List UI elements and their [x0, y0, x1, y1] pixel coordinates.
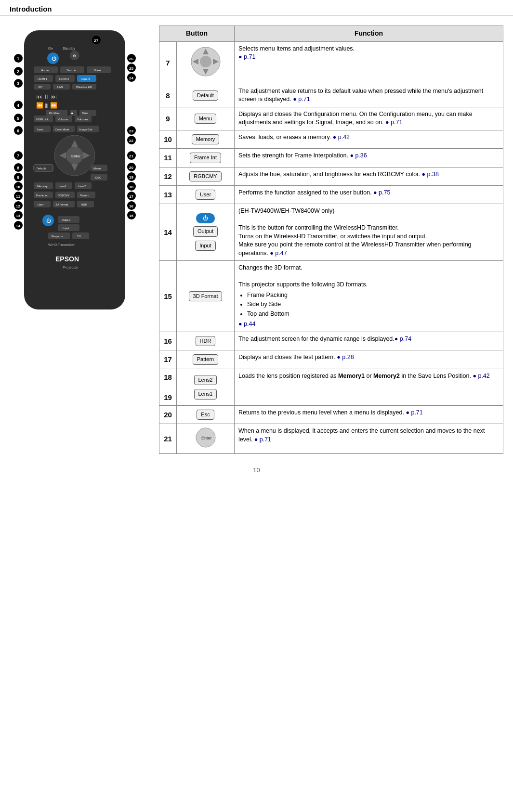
svg-text:15: 15 [129, 214, 133, 218]
svg-text:18: 18 [129, 185, 133, 189]
function-cell: Selects menu items and adjustment values… [235, 41, 503, 84]
svg-text:■: ■ [71, 112, 73, 115]
button-cell: Menu [177, 107, 235, 130]
table-row: 13 User Performs the function assigned t… [159, 185, 503, 204]
table-row: 9 Menu Displays and closes the Configura… [159, 107, 503, 130]
svg-text:22: 22 [129, 139, 133, 143]
table-row: 16 HDR The adjustment screen for the dyn… [159, 332, 503, 350]
function-cell: Saves, loads, or erases a memory. ● p.42 [235, 130, 503, 148]
button-cell: Lens2 Lens1 [177, 369, 235, 405]
ref-link[interactable]: ● p.71 [254, 436, 271, 443]
row-number: 17 [159, 350, 177, 369]
pattern-button-label: Pattern [193, 354, 218, 364]
ref-link[interactable]: ● p.28 [337, 354, 354, 361]
3dformat-button-label: 3D Format [189, 291, 223, 301]
svg-point-148 [200, 56, 211, 67]
svg-text:On: On [48, 47, 53, 50]
function-cell: Displays and closes the Configuration me… [235, 107, 503, 130]
svg-text:17: 17 [129, 194, 133, 199]
button-cell: User [177, 185, 235, 204]
function-table: Button Function 7 [159, 26, 503, 454]
svg-text:20: 20 [129, 166, 133, 170]
function-cell: Changes the 3D format. This projector su… [235, 261, 503, 332]
table-row: 10 Memory Saves, loads, or erases a memo… [159, 130, 503, 148]
svg-text:Lens2: Lens2 [78, 185, 86, 188]
table-row: 11 Frame Int Sets the strength for Frame… [159, 149, 503, 167]
row-number: 8 [159, 84, 177, 107]
table-row: 1819 Lens2 Lens1 Loads the lens position… [159, 369, 503, 405]
svg-text:12: 12 [16, 204, 20, 208]
svg-text:Enter: Enter [71, 154, 80, 158]
esc-button-label: Esc [197, 410, 214, 420]
lens2-button-label: Lens2 [194, 375, 217, 385]
ref-link[interactable]: ● p.47 [270, 250, 287, 257]
svg-text:Mute: Mute [82, 112, 89, 115]
button-cell: Enter [177, 424, 235, 454]
svg-text:Aspect: Aspect [81, 77, 90, 80]
row-number: 10 [159, 130, 177, 148]
svg-text:PC: PC [39, 86, 43, 89]
row-number: 16 [159, 332, 177, 350]
svg-text:27: 27 [94, 39, 98, 43]
ref-link[interactable]: ● p.74 [395, 335, 411, 342]
svg-text:Menu: Menu [93, 167, 101, 170]
button-cell: 3D Format [177, 261, 235, 332]
svg-text:Frame Int: Frame Int [36, 194, 48, 197]
button-cell: HDR [177, 332, 235, 350]
function-cell: Sets the strength for Frame Interpolatio… [235, 149, 503, 167]
table-row: 14 ⏻ Output Input (EH-TW9400W/EH-TW8400W… [159, 204, 503, 261]
svg-text:⏻: ⏻ [46, 218, 51, 223]
ref-link[interactable]: ● p.75 [373, 189, 390, 196]
svg-text:Lens1: Lens1 [59, 185, 67, 188]
button-cell: Default [177, 84, 235, 107]
svg-text:Volume-: Volume- [58, 118, 68, 121]
svg-text:9: 9 [17, 175, 19, 180]
svg-text:User: User [38, 203, 44, 206]
svg-text:2: 2 [17, 69, 19, 74]
ref-link[interactable]: ● p.36 [350, 152, 367, 159]
svg-text:10: 10 [16, 185, 20, 189]
svg-text:TV: TV [77, 235, 81, 238]
function-cell: Displays and closes the test pattern. ● … [235, 350, 503, 369]
svg-text:Pic Menu: Pic Menu [49, 112, 60, 115]
ref-link[interactable]: ● p.71 [293, 96, 310, 103]
table-row: 17 Pattern Displays and closes the test … [159, 350, 503, 369]
svg-text:ESC: ESC [95, 176, 102, 179]
button-cell: Pattern [177, 350, 235, 369]
hdr-button-label: HDR [196, 336, 216, 346]
ref-link[interactable]: ● p.71 [406, 409, 422, 416]
svg-text:Blank: Blank [94, 69, 102, 72]
col-function: Function [235, 26, 503, 42]
svg-text:6: 6 [17, 129, 19, 133]
button-cell [177, 41, 235, 84]
ref-link[interactable]: ● p.71 [385, 119, 402, 126]
svg-text:24: 24 [129, 76, 133, 80]
svg-text:Source: Source [66, 69, 76, 72]
col-button: Button [159, 26, 235, 42]
function-cell: The adjustment screen for the dynamic ra… [235, 332, 503, 350]
button-cell: Frame Int [177, 149, 235, 167]
ref-link[interactable]: ● p.71 [238, 53, 255, 60]
svg-text:HDMI Link: HDMI Link [36, 118, 49, 121]
row-number: 9 [159, 107, 177, 130]
svg-text:⏮ ⏸ ⏭: ⏮ ⏸ ⏭ [36, 93, 57, 100]
ref-link[interactable]: ● p.42 [473, 373, 489, 379]
function-cell: (EH-TW9400W/EH-TW8400W only) This is the… [235, 204, 503, 261]
svg-text:RGBCMY: RGBCMY [58, 194, 69, 197]
svg-text:8: 8 [17, 166, 19, 170]
svg-text:WiHD Transmitter: WiHD Transmitter [48, 243, 75, 246]
svg-text:Volume+: Volume+ [77, 118, 89, 121]
svg-text:23: 23 [129, 129, 133, 133]
row-number: 13 [159, 185, 177, 204]
svg-text:Standby: Standby [63, 47, 75, 51]
svg-text:Projector: Projector [52, 235, 63, 238]
ref-link[interactable]: ● p.44 [238, 321, 255, 327]
ref-link[interactable]: ● p.42 [333, 134, 350, 141]
svg-text:HDMI 2: HDMI 2 [59, 77, 69, 80]
svg-text:11: 11 [16, 194, 20, 199]
button-cell: ⏻ Output Input [177, 204, 235, 261]
output-button-label: Output [193, 226, 218, 236]
ref-link[interactable]: ● p.38 [422, 171, 439, 178]
row-number: 20 [159, 405, 177, 424]
svg-text:⏪ ▮ ⏩: ⏪ ▮ ⏩ [36, 102, 57, 109]
